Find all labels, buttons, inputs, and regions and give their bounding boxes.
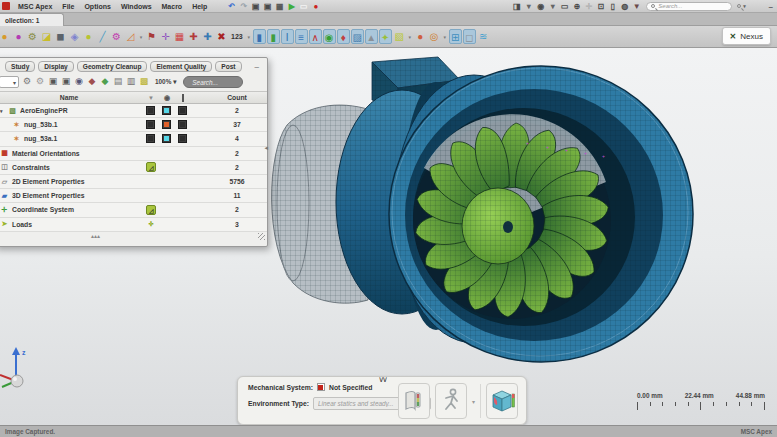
cube-outline-icon[interactable]: ◻ [463, 29, 476, 44]
tab-element-quality[interactable]: Element Quality [150, 61, 212, 72]
pin-icon[interactable]: ♦ [337, 29, 350, 44]
bolt-blue-icon[interactable]: ▮ [253, 29, 266, 44]
display-panel-icon[interactable]: ▥ [125, 75, 137, 88]
render-mode-icon[interactable]: ◉ [73, 75, 85, 88]
tab-study[interactable]: Study [5, 61, 35, 72]
toolbar-separator-caret[interactable]: ▾ [407, 34, 413, 40]
sphere-gold-icon[interactable]: ● [0, 29, 11, 44]
tree-search-input[interactable]: Search... [183, 76, 243, 88]
row-badge-icon[interactable]: ✜ [146, 219, 156, 229]
swoosh-icon[interactable]: ≋ [477, 29, 490, 44]
panel-collapse-arrow-icon[interactable]: ◂ [264, 144, 268, 152]
row-badge-icon[interactable]: ◿ [146, 205, 156, 215]
row-badge-icon[interactable]: ◿ [146, 162, 156, 172]
tab-display[interactable]: Display [38, 61, 73, 72]
expander-icon[interactable]: ▾ [0, 108, 5, 114]
node-tool-icon[interactable]: ✛ [159, 29, 172, 44]
tree-row-nug_53a.1[interactable]: ✶nug_53a.14 [0, 132, 267, 146]
search-go-icon[interactable] [737, 4, 741, 8]
solid-box-icon[interactable]: ◼ [54, 29, 67, 44]
column-name[interactable]: Name [0, 94, 143, 101]
import-icon[interactable]: ▣ [262, 1, 273, 12]
bolt-green-icon[interactable]: ▮ [267, 29, 280, 44]
zoom-capture-icon[interactable]: ⊕ [571, 1, 582, 12]
mechanical-system-value[interactable]: Not Specified [329, 384, 372, 391]
visibility-swatch[interactable] [178, 120, 187, 129]
panel-collapse-handle[interactable]: ∨∨ [378, 375, 386, 384]
tree-row-2D Element Properties[interactable]: ▱2D Element Properties5756 [0, 175, 267, 189]
verify-tools-icon[interactable]: ⚙ [26, 29, 39, 44]
toolbar-separator-caret[interactable]: ▾ [138, 34, 144, 40]
line-probe-icon[interactable]: ╱ [96, 29, 109, 44]
tree-row-Material Orientations[interactable]: ▦Material Orientations2 [0, 147, 267, 161]
screenshot-caret[interactable]: ▾ [547, 1, 558, 12]
search-caret-icon[interactable]: ▾ [743, 3, 746, 9]
results-cube-button[interactable] [486, 383, 518, 419]
grid-blue-icon[interactable]: ⊞ [449, 29, 462, 44]
tile-checker-icon[interactable]: ▦ [173, 29, 186, 44]
window-capture-icon[interactable]: ▭ [559, 1, 570, 12]
paint-icon[interactable]: ▼ [631, 1, 642, 12]
web-icon[interactable]: ◍ [619, 1, 630, 12]
visibility-swatch[interactable] [162, 134, 171, 143]
tree-row-Constraints[interactable]: ◫Constraints◿2 [0, 161, 267, 175]
target-icon[interactable]: ◎ [428, 29, 441, 44]
cone-probe-icon[interactable]: ▲ [365, 29, 378, 44]
redo-icon[interactable]: ↷ [238, 1, 249, 12]
visibility-swatch[interactable] [178, 134, 187, 143]
undo-icon[interactable]: ↶ [226, 1, 237, 12]
panel-minimize-icon[interactable]: – [255, 62, 263, 71]
collection-tab[interactable]: ollection: 1 [0, 13, 64, 26]
menu-help[interactable]: Help [187, 3, 212, 10]
nexus-button[interactable]: ✕ Nexus [722, 27, 771, 45]
beam-stack-icon[interactable]: ≡ [295, 29, 308, 44]
vertex-box-icon[interactable]: ◈ [68, 29, 81, 44]
menu-macro[interactable]: Macro [157, 3, 188, 10]
inspect-green-icon[interactable]: ◉ [323, 29, 336, 44]
minimize-icon[interactable]: – [769, 2, 773, 11]
visibility-eye-icon[interactable]: ◉ [159, 94, 175, 102]
resize-grip[interactable] [258, 233, 265, 240]
camera-view1-icon[interactable]: ▣ [47, 75, 59, 88]
pan-icon[interactable]: ✛ [583, 1, 594, 12]
visibility-swatch[interactable] [178, 106, 187, 115]
menu-msc-apex[interactable]: MSC Apex [13, 3, 57, 10]
play-macro-icon[interactable]: ▶ [286, 1, 297, 12]
camera-view2-icon[interactable]: ▣ [60, 75, 72, 88]
document-icon[interactable]: ▯ [607, 1, 618, 12]
global-search-input[interactable]: Search... [646, 2, 732, 11]
numbering-label[interactable]: 123 [229, 33, 245, 40]
link-gear-icon[interactable]: ⚙ [21, 75, 33, 88]
video-caret[interactable]: ▾ [523, 1, 534, 12]
visibility-swatch[interactable] [162, 106, 171, 115]
video-capture-icon[interactable]: ◨ [511, 1, 522, 12]
visibility-swatch[interactable] [146, 106, 155, 115]
axis-tool2-icon[interactable]: ✚ [201, 29, 214, 44]
open-model-icon[interactable]: ▣ [250, 1, 261, 12]
layer-add-icon[interactable]: ▤ [112, 75, 124, 88]
filter-dropdown[interactable]: ▾ [0, 76, 19, 88]
menu-file[interactable]: File [57, 3, 79, 10]
delete-mesh-icon[interactable]: ✖ [215, 29, 228, 44]
zoom-dropdown[interactable]: 100% ▾ [155, 78, 176, 86]
mesh-plate-icon[interactable]: ▨ [351, 29, 364, 44]
part-highlight-icon[interactable]: ▩ [138, 75, 150, 88]
fit-view-icon[interactable]: ⊡ [595, 1, 606, 12]
tree-row-nug_53b.1[interactable]: ✶nug_53b.137 [0, 118, 267, 132]
checker-plane-icon[interactable]: ▧ [393, 29, 406, 44]
resize-handle[interactable]: ▴▴▴ [91, 232, 100, 239]
tree-row-Coordinate System[interactable]: ✛Coordinate System◿2 [0, 203, 267, 217]
toolbar-separator-caret[interactable]: ▾ [442, 34, 448, 40]
run-options-caret-icon[interactable]: ▾ [472, 398, 475, 405]
visibility-swatch[interactable] [146, 134, 155, 143]
measure-icon[interactable]: ◿ [124, 29, 137, 44]
visibility-swatch[interactable] [162, 120, 171, 129]
tab-post[interactable]: Post [215, 61, 241, 72]
show-green-icon[interactable]: ◆ [99, 75, 111, 88]
study-results-button[interactable] [398, 383, 430, 419]
menu-options[interactable]: Options [79, 3, 115, 10]
show-red-icon[interactable]: ◆ [86, 75, 98, 88]
tree-row-AeroEnginePR[interactable]: ▾▧AeroEnginePR2 [0, 104, 267, 118]
unlink-gear-icon[interactable]: ⚙ [34, 75, 46, 88]
sphere-redgreen-icon[interactable]: ● [414, 29, 427, 44]
